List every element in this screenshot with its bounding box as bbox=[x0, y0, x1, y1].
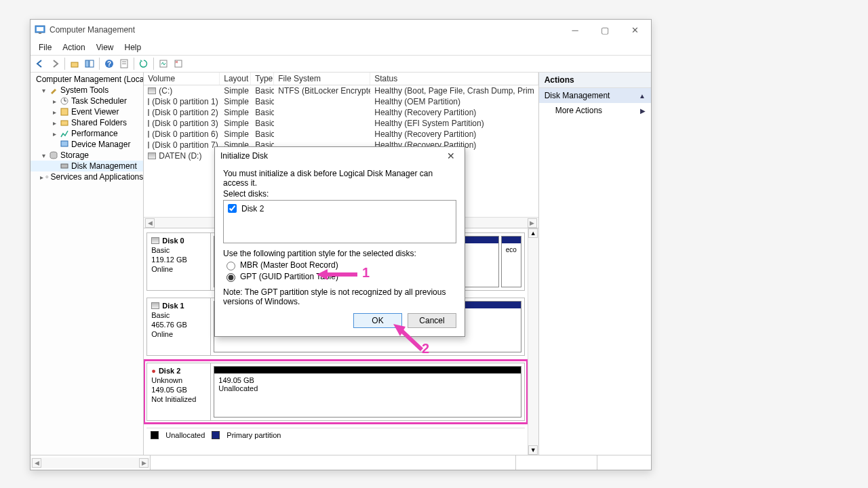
gpt-radio[interactable]: GPT (GUID Partition Table) bbox=[223, 271, 456, 282]
app-icon bbox=[35, 24, 45, 35]
initialize-disk-dialog: Initialize Disk ✕ You must initialize a … bbox=[214, 146, 465, 337]
svg-point-21 bbox=[47, 176, 47, 177]
tree-scroll-left-icon[interactable]: ◀ bbox=[32, 458, 41, 468]
disk2-checkbox[interactable]: Disk 2 bbox=[225, 202, 454, 215]
actions-more[interactable]: More Actions▶ bbox=[539, 103, 651, 118]
table-row[interactable]: (C:)SimpleBasicNTFS (BitLocker Encrypted… bbox=[144, 85, 538, 96]
actions-section-diskmgmt[interactable]: Disk Management▲ bbox=[539, 88, 651, 103]
col-status[interactable]: Status bbox=[370, 73, 538, 85]
col-type[interactable]: Type bbox=[251, 73, 274, 85]
col-volume[interactable]: Volume bbox=[144, 73, 220, 85]
svg-rect-4 bbox=[85, 60, 89, 67]
legend-primary-swatch bbox=[212, 431, 220, 439]
cancel-button[interactable]: Cancel bbox=[408, 313, 456, 328]
annotation-number-1: 1 bbox=[362, 265, 370, 281]
menubar: File Action View Help bbox=[31, 40, 651, 55]
tree-disk-management[interactable]: Disk Management bbox=[31, 161, 143, 171]
svg-rect-1 bbox=[37, 27, 43, 31]
titlebar: Computer Management ─ ▢ ✕ bbox=[31, 20, 651, 40]
properties-button[interactable] bbox=[117, 57, 131, 70]
col-layout[interactable]: Layout bbox=[220, 73, 251, 85]
legend-bar: Unallocated Primary partition bbox=[146, 428, 524, 441]
refresh-button[interactable] bbox=[137, 57, 151, 70]
error-icon: ● bbox=[151, 366, 156, 375]
maximize-button[interactable]: ▢ bbox=[590, 20, 620, 39]
show-hide-tree-button[interactable] bbox=[83, 57, 96, 70]
chevron-right-icon: ▶ bbox=[640, 107, 646, 115]
disk-icon bbox=[151, 237, 159, 244]
list-header[interactable]: Volume Layout Type File System Status bbox=[144, 73, 538, 85]
col-filesystem[interactable]: File System bbox=[274, 73, 370, 85]
menu-action[interactable]: Action bbox=[57, 41, 90, 54]
disk2-block[interactable]: ●Disk 2 Unknown 149.05 GB Not Initialize… bbox=[146, 363, 524, 421]
disk2-checkbox-input[interactable] bbox=[228, 204, 237, 213]
ok-button[interactable]: OK bbox=[353, 313, 402, 328]
svg-rect-15 bbox=[61, 108, 68, 115]
partition-style-label: Use the following partition style for th… bbox=[223, 249, 456, 258]
svg-rect-19 bbox=[61, 164, 68, 168]
disk-icon bbox=[151, 302, 159, 309]
help-button[interactable]: ? bbox=[102, 57, 116, 70]
disk-vert-scroll[interactable]: ▲ ▼ bbox=[528, 228, 538, 455]
statusbar: ◀ ▶ bbox=[31, 455, 651, 470]
tree-shared-folders[interactable]: ▸Shared Folders bbox=[31, 117, 143, 128]
scroll-down-icon[interactable]: ▼ bbox=[528, 445, 538, 455]
forward-button[interactable] bbox=[48, 57, 62, 70]
gpt-note: Note: The GPT partition style is not rec… bbox=[223, 287, 456, 306]
tree-pane[interactable]: Computer Management (Local ▾System Tools… bbox=[31, 73, 144, 455]
tree-event-viewer[interactable]: ▸Event Viewer bbox=[31, 106, 143, 117]
chevron-up-icon: ▲ bbox=[639, 92, 646, 100]
legend-unallocated: Unallocated bbox=[165, 431, 205, 439]
tree-system-tools[interactable]: ▾System Tools bbox=[31, 85, 143, 96]
toolbar: ? bbox=[31, 55, 651, 73]
tree-scroll-right-icon[interactable]: ▶ bbox=[139, 458, 149, 468]
select-disks-label: Select disks: bbox=[223, 189, 456, 199]
svg-text:?: ? bbox=[107, 60, 111, 68]
table-row[interactable]: (Disk 0 partition 1)SimpleBasicHealthy (… bbox=[144, 96, 538, 107]
table-row[interactable]: (Disk 0 partition 6)SimpleBasicHealthy (… bbox=[144, 129, 538, 140]
mbr-radio[interactable]: MBR (Master Boot Record) bbox=[223, 260, 456, 270]
tree-storage[interactable]: ▾Storage bbox=[31, 150, 143, 161]
mbr-radio-input[interactable] bbox=[226, 262, 235, 270]
tree-services[interactable]: ▸Services and Applications bbox=[31, 171, 143, 182]
dialog-title: Initialize Disk bbox=[220, 151, 443, 161]
actions-header: Actions bbox=[539, 73, 651, 88]
dialog-close-button[interactable]: ✕ bbox=[443, 150, 459, 161]
settings-button[interactable] bbox=[172, 57, 185, 70]
svg-rect-3 bbox=[71, 62, 78, 67]
legend-primary: Primary partition bbox=[226, 431, 281, 439]
tree-performance[interactable]: ▸Performance bbox=[31, 128, 143, 139]
menu-help[interactable]: Help bbox=[119, 41, 147, 54]
scroll-right-icon[interactable]: ▶ bbox=[528, 218, 537, 228]
svg-rect-5 bbox=[90, 60, 94, 67]
svg-rect-17 bbox=[61, 141, 68, 146]
tree-device-manager[interactable]: Device Manager bbox=[31, 139, 143, 150]
up-button[interactable] bbox=[68, 57, 81, 70]
back-button[interactable] bbox=[33, 57, 47, 70]
scroll-left-icon[interactable]: ◀ bbox=[145, 218, 155, 228]
menu-view[interactable]: View bbox=[91, 41, 119, 54]
tree-root[interactable]: Computer Management (Local bbox=[31, 74, 143, 85]
window-title: Computer Management bbox=[50, 25, 560, 35]
legend-unallocated-swatch bbox=[151, 431, 159, 439]
svg-rect-16 bbox=[61, 121, 68, 125]
disk-select-list[interactable]: Disk 2 bbox=[223, 200, 456, 243]
minimize-button[interactable]: ─ bbox=[560, 20, 590, 39]
annotation-number-2: 2 bbox=[422, 341, 429, 357]
table-row[interactable]: (Disk 0 partition 2)SimpleBasicHealthy (… bbox=[144, 107, 538, 118]
svg-rect-2 bbox=[39, 33, 41, 34]
menu-file[interactable]: File bbox=[33, 41, 57, 54]
dialog-intro: You must initialize a disk before Logica… bbox=[223, 169, 456, 188]
gpt-radio-input[interactable] bbox=[226, 273, 235, 282]
view-mode-button[interactable] bbox=[157, 57, 170, 70]
table-row[interactable]: (Disk 0 partition 3)SimpleBasicHealthy (… bbox=[144, 118, 538, 129]
close-button[interactable]: ✕ bbox=[620, 20, 650, 39]
scroll-up-icon[interactable]: ▲ bbox=[528, 228, 538, 238]
actions-pane: Actions Disk Management▲ More Actions▶ bbox=[539, 73, 651, 455]
tree-task-scheduler[interactable]: ▸Task Scheduler bbox=[31, 96, 143, 106]
